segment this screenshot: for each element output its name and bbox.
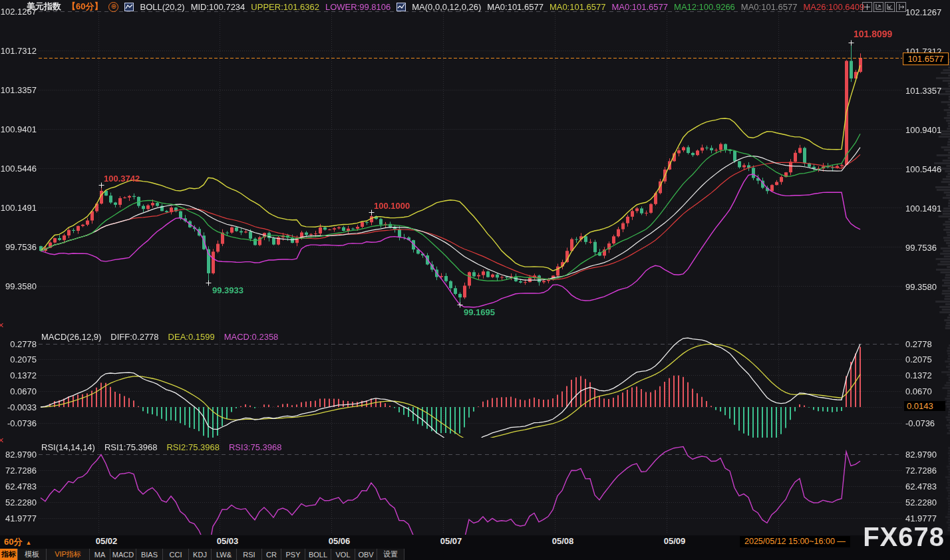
period-badge[interactable]: 【60分】: [67, 1, 102, 13]
macd-axis-label-right: -0.0736: [905, 418, 935, 428]
tab-KDJ[interactable]: KDJ: [189, 549, 212, 560]
rsi-axis-label-left: 52.2280: [0, 497, 37, 507]
ma-value-label: MA0:101.6577: [487, 2, 544, 12]
rsi-settings-label: RSI(14,14,14): [41, 442, 95, 452]
price-annotation: 100.3742: [104, 174, 140, 184]
rsi2-value: RSI2:75.3968: [166, 442, 220, 452]
main-axis-label-right: 100.1491: [905, 204, 941, 213]
timeframe-label[interactable]: 60分▲: [4, 536, 31, 548]
ma-value-label: MA12:100.9266: [674, 2, 735, 12]
macd-dea-value: DEA:0.1599: [168, 332, 215, 342]
main-axis-label-right: 101.3357: [905, 86, 941, 96]
macd-axis-label-left: -0.0033: [0, 402, 37, 412]
main-axis-label-left: 100.9401: [0, 124, 37, 134]
macd-value-box: 0.0143: [904, 401, 945, 411]
pan-right-icon[interactable]: [896, 2, 906, 12]
tab-OBV[interactable]: OBV: [355, 549, 377, 560]
tab-CR[interactable]: CR: [262, 549, 281, 560]
date-label: 05/07: [435, 536, 467, 546]
main-axis-label-right: 100.9401: [905, 125, 941, 135]
chart-toolbar: [862, 2, 906, 12]
macd-axis-label-right: 0.2778: [905, 339, 932, 349]
boll-indicator-icon[interactable]: [124, 3, 134, 11]
tab-PSY[interactable]: PSY: [281, 549, 305, 560]
symbol-title: 美元指数: [27, 1, 61, 13]
brand-watermark: FX678: [863, 522, 945, 552]
price-annotation: 101.8099: [854, 29, 892, 39]
ma-settings-label: MA(0,0,0,12,0,26): [412, 2, 481, 12]
ma-value-label: MA0:101.6577: [611, 2, 668, 12]
date-label: 05/09: [659, 536, 691, 546]
rsi-axis-label-left: 62.4783: [0, 482, 37, 491]
price-annotation: 99.1695: [464, 307, 495, 317]
macd-axis-label-left: 0.2075: [0, 354, 37, 364]
main-axis-label-left: 101.3357: [0, 85, 37, 95]
ma-value-label: MA26:100.6409: [803, 2, 864, 12]
macd-pane-marker-icon[interactable]: ✕: [0, 321, 4, 330]
boll-upper-value: UPPER:101.6362: [251, 2, 319, 12]
macd-diff-value: DIFF:0.2778: [110, 332, 158, 342]
rsi-axis-label-right: 72.7286: [905, 466, 937, 476]
main-axis-label-left: 100.1491: [0, 203, 37, 213]
boll-settings-label: BOLL(20,2): [140, 2, 184, 12]
macd-axis-label-left: 0.1372: [0, 370, 37, 380]
rsi-pane-marker-icon[interactable]: ✕: [0, 436, 4, 445]
ma-values-group: MA0:101.6577MA0:101.6577MA0:101.6577MA12…: [487, 2, 864, 12]
price-annotation: 99.3933: [212, 285, 243, 295]
macd-axis-label-right: 0.2075: [905, 354, 932, 364]
tab-VIP指标[interactable]: VIP指标: [47, 549, 90, 560]
price-annotation: 100.1000: [374, 201, 410, 211]
rsi-header: RSI(14,14,14) RSI1:75.3968 RSI2:75.3968 …: [41, 442, 281, 452]
main-axis-label-right: 99.7536: [905, 243, 937, 253]
macd-settings-label: MACD(26,12,9): [41, 332, 101, 342]
tab-MACD[interactable]: MACD: [110, 549, 136, 560]
date-label: 05/03: [212, 536, 243, 546]
main-axis-label-right: 99.3580: [905, 282, 937, 292]
macd-axis-label-left: -0.0736: [0, 418, 37, 428]
macd-axis-label-right: 0.0670: [905, 386, 932, 396]
date-label: 05/02: [90, 536, 122, 546]
ma-value-label: MA0:101.6577: [741, 2, 798, 12]
tab-指标[interactable]: 指标: [0, 549, 18, 560]
ma-indicator-icon[interactable]: [396, 3, 406, 11]
tab-RSI[interactable]: RSI: [237, 549, 262, 560]
rsi-axis-label-right: 52.2280: [905, 497, 937, 507]
main-axis-label-left: 101.7312: [0, 46, 37, 56]
up-triangle-icon: ▲: [25, 539, 31, 546]
main-axis-label-left: 99.7536: [0, 242, 37, 252]
move-icon[interactable]: [862, 2, 872, 12]
macd-header: MACD(26,12,9) DIFF:0.2778 DEA:0.1599 MAC…: [41, 332, 278, 342]
macd-axis-label-left: 0.0670: [0, 386, 37, 396]
rsi3-value: RSI3:75.3968: [229, 442, 282, 452]
macd-axis-label-left: 0.2778: [0, 339, 37, 349]
ma-value-label: MA0:101.6577: [550, 2, 606, 12]
rsi-axis-label-left: 41.9777: [0, 513, 37, 523]
rsi-axis-label-left: 82.9790: [0, 450, 37, 460]
axis-zoom-out-icon[interactable]: [885, 2, 895, 12]
adjust-icon[interactable]: ⊕: [108, 2, 118, 12]
time-axis: 60分▲ 05/0205/0305/0605/0705/0805/09 2025…: [0, 535, 950, 549]
tab-MA[interactable]: MA: [90, 549, 110, 560]
macd-axis-label-right: 0.1372: [905, 370, 932, 380]
tab-LW&[interactable]: LW&: [212, 549, 237, 560]
date-label: 05/06: [323, 536, 355, 546]
rsi-axis-label-right: 62.4783: [905, 482, 937, 491]
indicator-tabbar: 指标模板VIP指标MAMACDBIASCCIKDJLW&RSICRPSYBOLL…: [0, 549, 950, 560]
macd-macd-value: MACD:0.2358: [224, 332, 279, 342]
rsi1-value: RSI1:75.3968: [104, 442, 158, 452]
main-axis-label-left: 100.5446: [0, 164, 37, 174]
axis-zoom-in-icon[interactable]: [873, 2, 883, 12]
tab-BOLL[interactable]: BOLL: [305, 549, 331, 560]
tab-BIAS[interactable]: BIAS: [136, 549, 163, 560]
tab-VOL[interactable]: VOL: [331, 549, 355, 560]
rsi-axis-label-right: 82.9790: [905, 450, 937, 460]
tab-模板[interactable]: 模板: [18, 549, 47, 560]
timeframe-text: 60分: [4, 537, 22, 547]
tab-设置[interactable]: 设置: [377, 549, 404, 560]
chart-app: 美元指数 【60分】 ⊕ BOLL(20,2) MID:100.7234 UPP…: [0, 0, 950, 560]
tab-CCI[interactable]: CCI: [163, 549, 189, 560]
main-axis-label-right: 102.1267: [905, 7, 941, 17]
price-chart-canvas[interactable]: [0, 0, 950, 560]
rsi-axis-label-left: 72.7286: [0, 466, 37, 476]
current-price-box: 101.6577: [903, 53, 949, 65]
